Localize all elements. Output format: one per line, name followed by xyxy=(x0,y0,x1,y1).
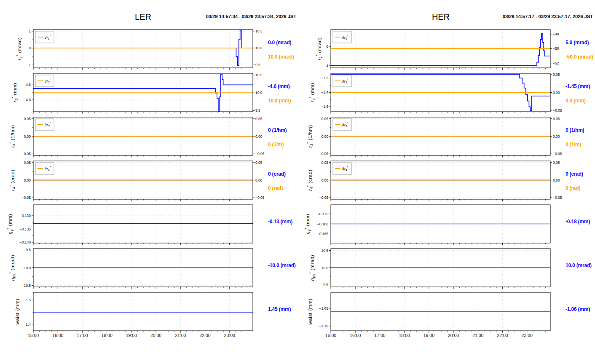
x-tick-label: 18:00 xyxy=(399,333,410,338)
readout-value: -10.0 (mrad) xyxy=(268,262,296,268)
her-subplot-npy: 10.510.09.5ηpy* (mrad)10.0 (mrad) xyxy=(308,249,592,289)
y-tick-label: 6 xyxy=(326,44,328,48)
legend: ∂r2* xyxy=(35,75,54,87)
her-chart: 64−48−50−52∂r1*r1* (mrad)5.0 (mrad)-50.0… xyxy=(298,0,595,364)
y2-tick-label: 0.05 xyxy=(553,72,560,77)
y2-tick-label: 0.00 xyxy=(553,178,560,182)
y-tick-label: −9.5 xyxy=(24,248,31,252)
y2-tick-label: −0.05 xyxy=(553,152,562,156)
plot-border xyxy=(33,29,253,68)
y-tick-label: 4 xyxy=(326,64,328,68)
legend: ∂r4* xyxy=(333,163,351,174)
y2-tick-label: −0.05 xyxy=(553,108,562,112)
y-axis-label: r1* (mrad) xyxy=(16,37,23,60)
readout-value: 10.0 (mrad) xyxy=(566,262,592,268)
y-tick-label: −10.5 xyxy=(21,284,31,288)
y-tick-label: −0.05 xyxy=(319,152,328,156)
her-subplot-r3: 0.050.00−0.050.050.00−0.05∂r3*r3* (1/hm)… xyxy=(306,117,584,158)
readout-value: 0 (1/m) xyxy=(268,142,284,147)
y-tick-label: −0.05 xyxy=(21,195,31,200)
y-tick-label: −1.2 xyxy=(321,76,328,80)
readout-value: 1.45 (mm) xyxy=(268,306,291,312)
x-tick-label: 19:00 xyxy=(423,333,434,338)
y-tick-label: −1.05 xyxy=(319,306,328,310)
y-tick-label: 0 xyxy=(29,46,31,50)
readout-value: -4.6 (mm) xyxy=(268,83,290,89)
y-tick-label: 0.00 xyxy=(321,134,328,139)
ler-subplot-npy: −9.5−10.0−10.5ηpy* (mrad)-10.0 (mrad) xyxy=(8,248,296,289)
y2-tick-label: 10.5 xyxy=(255,73,263,77)
y-tick-label: 9.5 xyxy=(323,283,328,287)
x-tick-label: 15:00 xyxy=(28,333,39,338)
y-axis-label: ηy* (mm) xyxy=(304,214,311,234)
x-tick-label: 20:00 xyxy=(150,333,161,338)
y-tick-label: 0.00 xyxy=(321,178,328,182)
y-tick-label: −0.135 xyxy=(20,227,31,231)
y-tick-label: −0.185 xyxy=(317,232,329,236)
x-tick-label: 18:00 xyxy=(101,333,112,338)
y2-tick-label: 0.05 xyxy=(255,161,263,165)
readout-value: 0 (rad) xyxy=(268,185,283,191)
y2-tick-label: 0.00 xyxy=(553,134,560,139)
x-tick-label: 21:00 xyxy=(175,333,186,338)
x-tick-label: 23:00 xyxy=(522,333,533,338)
y-axis-label: waist (mm) xyxy=(308,298,313,325)
y-tick-label: −0.140 xyxy=(20,240,31,244)
readout-value: -1.45 (mm) xyxy=(566,83,590,89)
y2-tick-label: 9.5 xyxy=(255,63,260,67)
legend: ∂r1* xyxy=(35,31,54,43)
beam-optics-monitor: LER HER 03/29 14:57:34 - 03/29 23:57:34,… xyxy=(0,0,595,364)
y-axis-label: r4* (crad) xyxy=(306,169,314,191)
x-tick-label: 15:00 xyxy=(325,333,336,338)
y-tick-label: −1.6 xyxy=(321,104,328,109)
y-axis-label: ηy* (mm) xyxy=(6,214,14,234)
y2-tick-label: −0.05 xyxy=(255,195,265,200)
legend: ∂r2* xyxy=(333,75,351,87)
y-axis-label: r3* (1/hm) xyxy=(306,125,314,147)
x-tick-label: 22:00 xyxy=(199,333,210,338)
her-subplot-r2: −1.2−1.4−1.60.050.00−0.05∂r2*r2* (mm)-1.… xyxy=(308,72,590,113)
readout-value: -0.13 (mm) xyxy=(268,219,292,225)
x-tick-label: 17:00 xyxy=(77,333,88,338)
readout-value: 10.0 (mrad) xyxy=(268,54,294,60)
x-tick-label: 16:00 xyxy=(52,333,63,338)
y-tick-label: 1.4 xyxy=(26,322,31,327)
y2-tick-label: 0.00 xyxy=(553,91,560,95)
y-tick-label: −0.175 xyxy=(317,212,329,216)
y-axis-label: r2* (mm) xyxy=(11,83,19,102)
y-tick-label: −10.0 xyxy=(21,266,31,270)
readout-value: 0 (1/hm) xyxy=(268,127,287,133)
readout-value: 0.0 (mrad) xyxy=(268,40,292,46)
y-tick-label: −0.05 xyxy=(21,152,31,156)
y2-tick-label: 10.0 xyxy=(255,46,263,50)
y-tick-label: −1.10 xyxy=(319,324,328,328)
ler-subplot-r2: −4.6−4.810.510.09.5∂r2*r2* (mm)-4.6 (mm)… xyxy=(11,73,291,113)
legend: ∂r1* xyxy=(333,31,351,43)
y-tick-label: −1.4 xyxy=(321,90,328,94)
y-tick-label: 10.5 xyxy=(321,249,328,253)
y-axis-label: r3* (1/hm) xyxy=(8,125,16,147)
legend: ∂r3* xyxy=(35,119,54,131)
legend: ∂r4* xyxy=(35,163,54,174)
y-axis-label: r1* (mrad) xyxy=(315,37,323,60)
y2-tick-label: −0.05 xyxy=(553,195,562,200)
y-axis-label: r2* (mm) xyxy=(308,83,316,102)
x-tick-label: 23:00 xyxy=(224,333,235,338)
ler-subplot-waist: 1.51.4waist (mm)1.45 (mm)15:0016:0017:00… xyxy=(15,292,291,338)
readout-value: 0 (1/hm) xyxy=(566,127,584,133)
y-tick-label: 0.05 xyxy=(321,117,328,121)
x-tick-label: 22:00 xyxy=(497,333,508,338)
readout-value: 0 (crad) xyxy=(566,171,583,177)
readout-value: 10.0 (mm) xyxy=(268,98,291,104)
her-subplot-waist: −1.05−1.10waist (mm)-1.06 (mm)15:0016:00… xyxy=(308,292,590,338)
readout-value: 5.0 (mrad) xyxy=(566,40,589,46)
y-tick-label: −0.130 xyxy=(20,214,31,218)
y2-tick-label: −48 xyxy=(553,32,559,36)
y-tick-label: −1 xyxy=(27,63,31,67)
ler-subplot-ny: −0.130−0.135−0.140ηy* (mm)-0.13 (mm) xyxy=(6,205,293,245)
y-tick-label: 0.05 xyxy=(321,161,328,165)
ler-subplot-r4: 0.050.00−0.050.050.00−0.05∂r4*r4* (crad)… xyxy=(8,161,286,201)
y-tick-label: 1.5 xyxy=(26,298,31,302)
y-tick-label: −4.8 xyxy=(24,98,31,102)
y-tick-label: −0.180 xyxy=(317,222,329,226)
